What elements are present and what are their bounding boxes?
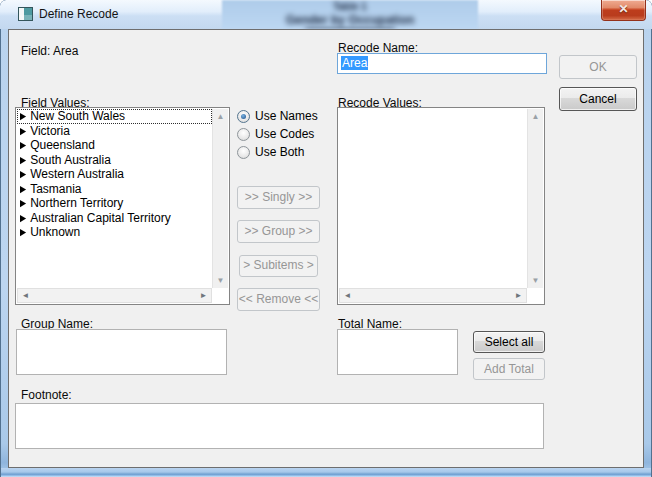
scroll-left-icon[interactable]: ◄ <box>18 289 33 302</box>
background-window: Table 1 Gender by Occupation <box>222 0 478 29</box>
list-item-label: Queensland <box>30 138 95 152</box>
scroll-down-icon[interactable]: ▼ <box>213 273 228 288</box>
scroll-right-icon[interactable]: ► <box>511 289 526 302</box>
radio-label[interactable]: Use Codes <box>255 127 314 141</box>
define-recode-dialog: Table 1 Gender by Occupation Define Reco… <box>0 0 652 477</box>
list-item-label: South Australia <box>30 153 111 167</box>
radio-label[interactable]: Use Both <box>255 145 304 159</box>
close-icon: ✕ <box>618 2 628 16</box>
field-values-vertical-scrollbar[interactable]: ▲ ▼ <box>212 109 228 288</box>
list-item[interactable]: ▶New South Wales <box>17 109 212 124</box>
list-item-label: Victoria <box>30 124 70 138</box>
list-item-label: Western Australia <box>30 167 124 181</box>
app-icon[interactable] <box>18 7 33 21</box>
radio-button-icon[interactable] <box>237 110 250 123</box>
list-item-label: New South Wales <box>30 109 125 123</box>
group-name-input[interactable] <box>16 329 227 375</box>
recode-values-list <box>339 109 527 288</box>
list-item-label: Northern Territory <box>30 196 123 210</box>
list-item-label: Australian Capital Territory <box>30 211 171 225</box>
title-bar[interactable]: Table 1 Gender by Occupation Define Reco… <box>0 0 652 29</box>
select-all-button[interactable]: Select all <box>473 331 545 353</box>
scroll-up-icon[interactable]: ▲ <box>528 109 543 124</box>
recode-values-vertical-scrollbar[interactable]: ▲ ▼ <box>527 109 543 288</box>
recode-values-horizontal-scrollbar[interactable]: ◄ ► <box>339 288 527 303</box>
total-name-input[interactable] <box>337 329 458 375</box>
field-values-list: ▶New South Wales ▶Victoria ▶Queensland ▶… <box>17 109 212 288</box>
footnote-input[interactable] <box>15 403 544 449</box>
singly-button[interactable]: >> Singly >> <box>237 186 320 209</box>
list-item-label: Tasmania <box>30 182 81 196</box>
background-window-blurred-subtitle: Gender by Occupation <box>222 13 478 27</box>
recode-name-input[interactable]: Area <box>337 53 547 74</box>
window-bottom-edge <box>1 468 651 477</box>
footnote-label: Footnote: <box>21 388 72 402</box>
radio-button-icon[interactable] <box>237 128 250 141</box>
field-values-horizontal-scrollbar[interactable]: ◄ ► <box>17 288 212 303</box>
recode-values-listbox[interactable]: ▲ ▼ ◄ ► <box>337 107 545 305</box>
list-item-label: Unknown <box>30 225 80 239</box>
field-label: Field: Area <box>21 44 78 58</box>
background-window-blurred-title: Table 1 <box>222 1 478 12</box>
list-item[interactable]: ▶Queensland <box>17 138 212 153</box>
radio-use-both[interactable]: Use Both <box>237 145 304 159</box>
radio-use-codes[interactable]: Use Codes <box>237 127 314 141</box>
ok-button[interactable]: OK <box>559 55 637 79</box>
subitems-button[interactable]: > Subitems > <box>239 255 318 277</box>
recode-name-selected-text: Area <box>341 56 368 70</box>
cancel-button[interactable]: Cancel <box>559 87 637 111</box>
radio-use-names[interactable]: Use Names <box>237 109 318 123</box>
item-arrow-icon: ▶ <box>20 225 26 242</box>
list-item[interactable]: ▶Western Australia <box>17 167 212 182</box>
add-total-button[interactable]: Add Total <box>473 358 545 380</box>
field-values-listbox[interactable]: ▶New South Wales ▶Victoria ▶Queensland ▶… <box>15 107 230 305</box>
list-item[interactable]: ▶South Australia <box>17 153 212 168</box>
list-item[interactable]: ▶Northern Territory <box>17 196 212 211</box>
scroll-up-icon[interactable]: ▲ <box>213 109 228 124</box>
dialog-body: Field: Area Recode Name: Area OK Cancel … <box>8 29 644 468</box>
scroll-left-icon[interactable]: ◄ <box>340 289 355 302</box>
window-title: Define Recode <box>39 7 118 21</box>
scroll-down-icon[interactable]: ▼ <box>528 273 543 288</box>
group-button[interactable]: >> Group >> <box>237 220 320 243</box>
radio-button-icon[interactable] <box>237 146 250 159</box>
list-item[interactable]: ▶Victoria <box>17 124 212 139</box>
list-item[interactable]: ▶Unknown <box>17 225 212 240</box>
close-button[interactable]: ✕ <box>601 0 646 21</box>
list-item[interactable]: ▶Tasmania <box>17 182 212 197</box>
list-item[interactable]: ▶Australian Capital Territory <box>17 211 212 226</box>
radio-label[interactable]: Use Names <box>255 109 318 123</box>
scroll-right-icon[interactable]: ► <box>196 289 211 302</box>
remove-button[interactable]: << Remove << <box>237 288 320 311</box>
